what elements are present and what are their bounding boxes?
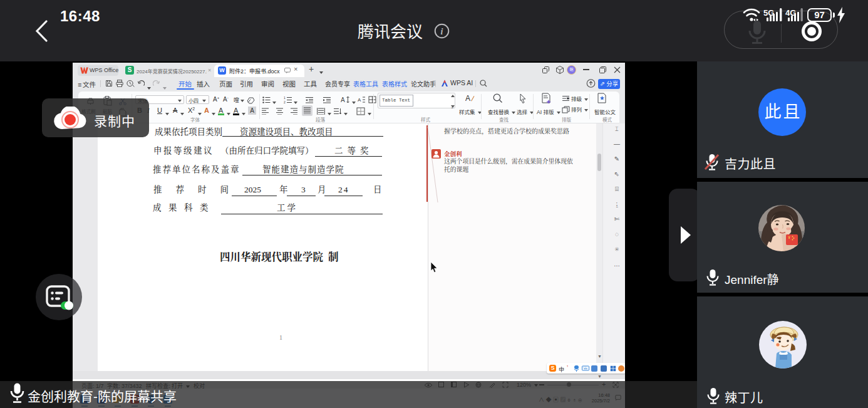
svg-text:i: i (441, 27, 443, 36)
